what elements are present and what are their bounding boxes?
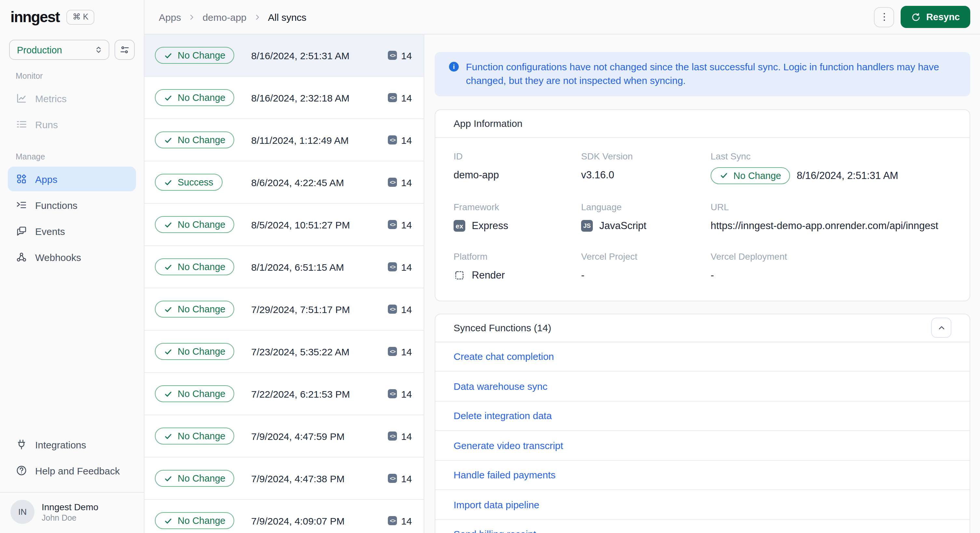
code-icon: <> xyxy=(388,389,397,398)
field-label: Vercel Deployment xyxy=(711,251,951,261)
runs-icon xyxy=(16,118,27,130)
sync-timestamp: 7/9/2024, 4:47:59 PM xyxy=(251,431,345,442)
sync-timestamp: 8/16/2024, 2:32:18 AM xyxy=(251,92,350,103)
synced-function-row-send-billing-receipt[interactable]: Send billing receipt xyxy=(435,520,970,533)
synced-function-link[interactable]: Delete integration data xyxy=(453,410,552,422)
breadcrumb-all-syncs: All syncs xyxy=(268,11,307,22)
sidebar-item-functions[interactable]: Functions xyxy=(8,193,136,217)
synced-function-row-delete-integration-data[interactable]: Delete integration data xyxy=(435,401,970,431)
code-icon: <> xyxy=(388,178,397,187)
synced-function-link[interactable]: Import data pipeline xyxy=(453,499,539,510)
sync-list-item[interactable]: No Change 8/16/2024, 2:51:31 AM <> 14 xyxy=(145,35,424,77)
sidebar-item-metrics[interactable]: Metrics xyxy=(8,86,136,111)
code-icon: <> xyxy=(388,220,397,229)
sync-function-count: <> 14 xyxy=(388,388,412,399)
app-info-field-platform: Platform Render xyxy=(453,251,581,283)
sidebar-footer: Integrations Help and Feedback xyxy=(0,432,144,484)
sync-list-item[interactable]: No Change 8/1/2024, 6:51:15 AM <> 14 xyxy=(145,246,424,288)
help-icon xyxy=(16,465,27,476)
inngest-logo: inngest xyxy=(10,8,60,26)
environment-label: Production xyxy=(17,45,62,55)
org-name: Inngest Demo xyxy=(41,501,98,512)
breadcrumb-demo-app[interactable]: demo-app xyxy=(202,11,246,22)
sync-list: No Change 8/16/2024, 2:51:31 AM <> 14 No… xyxy=(145,35,424,533)
field-value: No Change 8/16/2024, 2:51:31 AM xyxy=(711,167,951,184)
code-icon: <> xyxy=(388,431,397,441)
sync-function-count: <> 14 xyxy=(388,50,412,61)
synced-function-link[interactable]: Create chat completion xyxy=(453,351,554,362)
sidebar-item-events[interactable]: Events xyxy=(8,219,136,243)
chevron-up-icon xyxy=(937,323,946,332)
render-icon xyxy=(453,269,465,281)
sync-list-item[interactable]: No Change 8/16/2024, 2:32:18 AM <> 14 xyxy=(145,77,424,119)
sync-list-item[interactable]: No Change 7/9/2024, 4:47:38 PM <> 14 xyxy=(145,458,424,500)
status-badge: No Change xyxy=(155,47,235,64)
app-information-title: App Information xyxy=(453,118,523,129)
sync-list-item[interactable]: No Change 7/22/2024, 6:21:53 PM <> 14 xyxy=(145,373,424,415)
check-icon xyxy=(164,136,172,144)
account-menu[interactable]: IN Inngest Demo John Doe xyxy=(0,492,144,533)
field-label: Framework xyxy=(453,201,581,212)
sync-timestamp: 7/9/2024, 4:47:38 PM xyxy=(251,473,345,484)
topbar: Apps demo-app All syncs Resync xyxy=(145,0,980,35)
check-icon xyxy=(164,516,172,525)
code-icon: <> xyxy=(388,474,397,483)
sidebar-item-webhooks[interactable]: Webhooks xyxy=(8,245,136,269)
synced-function-row-handle-failed-payments[interactable]: Handle failed payments xyxy=(435,460,970,490)
synced-function-link[interactable]: Send billing receipt xyxy=(453,529,536,533)
sync-list-item[interactable]: No Change 7/9/2024, 4:09:07 PM <> 14 xyxy=(145,500,424,533)
sync-timestamp: 8/6/2024, 4:22:45 AM xyxy=(251,177,344,188)
info-icon: i xyxy=(449,62,459,72)
status-badge: No Change xyxy=(155,512,235,529)
synced-function-link[interactable]: Data warehouse sync xyxy=(453,381,547,392)
synced-function-row-generate-video-transcript[interactable]: Generate video transcript xyxy=(435,431,970,460)
status-badge: No Change xyxy=(155,132,235,148)
main-area: Apps demo-app All syncs Resync No Change xyxy=(145,0,980,533)
sidebar-item-help-and-feedback[interactable]: Help and Feedback xyxy=(8,458,136,483)
sidebar-item-runs[interactable]: Runs xyxy=(8,112,136,137)
environment-settings-button[interactable] xyxy=(115,40,135,60)
webhooks-icon xyxy=(16,251,27,263)
refresh-icon xyxy=(912,12,921,22)
sync-timestamp: 8/16/2024, 2:51:31 AM xyxy=(251,50,350,61)
more-options-button[interactable] xyxy=(874,7,894,27)
code-icon: <> xyxy=(388,93,397,102)
field-value: Render xyxy=(453,267,581,283)
sync-list-item[interactable]: No Change 7/23/2024, 5:35:22 AM <> 14 xyxy=(145,331,424,373)
synced-function-row-import-data-pipeline[interactable]: Import data pipeline xyxy=(435,490,970,520)
sync-list-item[interactable]: No Change 7/29/2024, 7:51:17 PM <> 14 xyxy=(145,288,424,331)
sidebar-item-apps[interactable]: Apps xyxy=(8,167,136,191)
synced-function-link[interactable]: Handle failed payments xyxy=(453,469,556,480)
app-info-grid: ID demo-app SDK Version v3.16.0 Last Syn… xyxy=(435,138,970,300)
check-icon xyxy=(164,51,172,60)
synced-functions-card: Synced Functions (14) Create chat comple… xyxy=(435,313,970,533)
collapse-button[interactable] xyxy=(931,318,951,338)
synced-function-link[interactable]: Generate video transcript xyxy=(453,440,563,451)
sync-list-item[interactable]: Success 8/6/2024, 4:22:45 AM <> 14 xyxy=(145,161,424,204)
sync-timestamp: 8/11/2024, 1:12:49 AM xyxy=(251,134,349,145)
sync-list-item[interactable]: No Change 8/11/2024, 1:12:49 AM <> 14 xyxy=(145,119,424,161)
sidebar-item-integrations[interactable]: Integrations xyxy=(8,432,136,457)
code-icon: <> xyxy=(388,262,397,271)
field-value-text: Render xyxy=(472,269,505,281)
sync-function-count: <> 14 xyxy=(388,473,412,484)
synced-function-row-data-warehouse-sync[interactable]: Data warehouse sync xyxy=(435,372,970,401)
field-value-text: - xyxy=(581,269,584,281)
environment-select[interactable]: Production xyxy=(9,40,109,60)
check-icon xyxy=(164,474,172,482)
status-badge: No Change xyxy=(155,258,235,275)
resync-button[interactable]: Resync xyxy=(901,6,970,28)
info-banner-text: Function configurations have not changed… xyxy=(466,60,956,88)
sync-list-item[interactable]: No Change 8/5/2024, 10:51:27 PM <> 14 xyxy=(145,204,424,246)
breadcrumb-apps[interactable]: Apps xyxy=(159,11,181,22)
app-info-field-last-sync: Last Sync No Change 8/16/2024, 2:51:31 A… xyxy=(711,151,951,184)
status-badge: No Change xyxy=(155,343,235,360)
sync-list-item[interactable]: No Change 7/9/2024, 4:47:59 PM <> 14 xyxy=(145,415,424,458)
javascript-icon: JS xyxy=(581,220,593,231)
status-badge: No Change xyxy=(155,385,235,402)
sidebar-nav: Monitor Metrics Runs Manage Apps Functio… xyxy=(0,60,144,432)
field-value-text: https://inngest-demo-app.onrender.com/ap… xyxy=(711,220,939,231)
synced-function-row-create-chat-completion[interactable]: Create chat completion xyxy=(435,342,970,372)
command-k-shortcut[interactable]: ⌘ K xyxy=(67,10,94,25)
apps-icon xyxy=(16,173,27,185)
